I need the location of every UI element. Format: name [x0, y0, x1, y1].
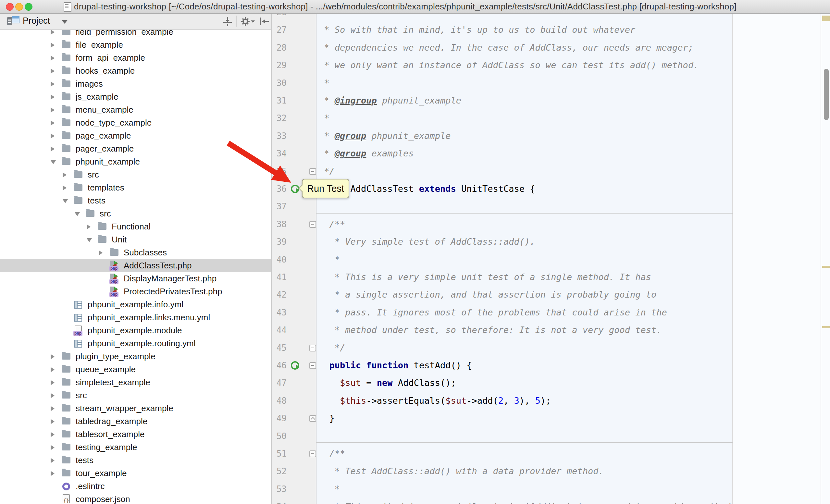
tree-item-queue_example[interactable]: queue_example: [0, 363, 272, 376]
gear-icon[interactable]: [240, 16, 256, 27]
tree-item-file_example[interactable]: file_example: [0, 38, 272, 51]
expand-arrow-icon[interactable]: [51, 432, 55, 437]
expand-arrow-icon[interactable]: [51, 95, 55, 100]
scrollbar-thumb[interactable]: [824, 69, 829, 120]
expand-arrow-icon[interactable]: [51, 42, 55, 48]
tree-item-plugin_type_example[interactable]: plugin_type_example: [0, 350, 272, 363]
code-line-32: *: [316, 109, 329, 127]
tree-item-simpletest_example[interactable]: simpletest_example: [0, 376, 272, 389]
tree-item-menu_example[interactable]: menu_example: [0, 103, 272, 116]
fold-marker[interactable]: [309, 415, 316, 422]
tree-item-page_example[interactable]: page_example: [0, 129, 272, 142]
project-panel-title[interactable]: Project: [23, 13, 50, 29]
expand-arrow-icon[interactable]: [51, 406, 55, 411]
line-number: 27: [272, 21, 287, 39]
code-line-43: * pass. It ignores most of the problems …: [316, 304, 667, 321]
tree-item-node_type_example[interactable]: node_type_example: [0, 116, 272, 129]
tree-item-Functional[interactable]: Functional: [0, 220, 272, 233]
tree-item-phpunit_example.module[interactable]: phpphpunit_example.module: [0, 324, 272, 337]
folder-icon: [62, 470, 70, 476]
collapse-arrow-icon[interactable]: [87, 238, 92, 242]
folder-icon: [74, 197, 83, 204]
tree-item-label: file_example: [76, 38, 123, 51]
expand-arrow-icon[interactable]: [63, 185, 67, 191]
tree-item-label: AddClassTest.php: [124, 259, 192, 272]
expand-arrow-icon[interactable]: [51, 367, 55, 372]
fold-marker[interactable]: [309, 362, 316, 369]
tree-item-label: form_api_example: [76, 51, 145, 64]
tree-item-testing_example[interactable]: testing_example: [0, 441, 272, 454]
expand-arrow-icon[interactable]: [51, 56, 55, 61]
code-editor[interactable]: 2627282930313233343536373839404142434445…: [272, 13, 830, 504]
tree-item-js_example[interactable]: js_example: [0, 90, 272, 103]
tree-item-phpunit_example[interactable]: phpunit_example: [0, 155, 272, 168]
tree-item-ProtectedPrivatesTest.php[interactable]: phpProtectedPrivatesTest.php: [0, 285, 272, 298]
tree-item-DisplayManagerTest.php[interactable]: phpDisplayManagerTest.php: [0, 272, 272, 285]
minimize-button[interactable]: [15, 3, 23, 11]
tree-item-tests[interactable]: tests: [0, 194, 272, 207]
expand-arrow-icon[interactable]: [51, 380, 55, 385]
expand-arrow-icon[interactable]: [51, 68, 55, 74]
collapse-arrow-icon[interactable]: [75, 212, 80, 216]
tree-item-label: DisplayManagerTest.php: [124, 272, 217, 285]
expand-arrow-icon[interactable]: [87, 224, 91, 230]
php-file-icon: php: [74, 326, 83, 336]
run-test-icon[interactable]: [291, 361, 299, 370]
expand-arrow-icon[interactable]: [51, 393, 55, 398]
panel-editor-splitter[interactable]: [271, 13, 272, 504]
zoom-button[interactable]: [25, 3, 32, 11]
fold-marker[interactable]: [309, 221, 316, 228]
folder-icon: [62, 80, 70, 87]
tree-item-tablesort_example[interactable]: tablesort_example: [0, 428, 272, 441]
fold-marker[interactable]: [309, 168, 316, 175]
tree-item-Unit[interactable]: Unit: [0, 233, 272, 246]
tree-item-pager_example[interactable]: pager_example: [0, 142, 272, 155]
close-button[interactable]: [6, 3, 13, 11]
expand-arrow-icon[interactable]: [51, 121, 55, 126]
chevron-down-icon[interactable]: [62, 20, 67, 24]
tree-item-phpunit_example.info.yml[interactable]: phpunit_example.info.yml: [0, 298, 272, 311]
expand-arrow-icon[interactable]: [51, 146, 55, 152]
tree-item-Subclasses[interactable]: Subclasses: [0, 246, 272, 259]
expand-arrow-icon[interactable]: [51, 419, 55, 424]
fold-marker[interactable]: [309, 450, 316, 457]
tree-item-phpunit_example.links.menu.yml[interactable]: phpunit_example.links.menu.yml: [0, 311, 272, 324]
fold-marker[interactable]: [309, 345, 316, 351]
tree-item-form_api_example[interactable]: form_api_example: [0, 51, 272, 64]
expand-arrow-icon[interactable]: [99, 250, 103, 256]
expand-arrow-icon[interactable]: [51, 354, 55, 359]
tree-item-label: menu_example: [76, 103, 133, 116]
tree-item-src[interactable]: src: [0, 389, 272, 402]
tree-item-hooks_example[interactable]: hooks_example: [0, 64, 272, 77]
code-line-30: *: [316, 74, 329, 92]
code-line-44: * method under test, so therefore: It is…: [316, 321, 662, 339]
tree-item-src[interactable]: src: [0, 207, 272, 220]
tree-item-composer.json[interactable]: {}composer.json: [0, 493, 272, 504]
tree-item-tabledrag_example[interactable]: tabledrag_example: [0, 415, 272, 428]
editor-background-right: [732, 13, 830, 504]
expand-arrow-icon[interactable]: [63, 172, 67, 177]
expand-arrow-icon[interactable]: [51, 471, 55, 476]
project-panel-header: Project: [0, 13, 272, 30]
hide-panel-icon[interactable]: [259, 16, 270, 27]
collapse-arrow-icon[interactable]: [63, 199, 68, 203]
expand-arrow-icon[interactable]: [51, 445, 55, 450]
expand-arrow-icon[interactable]: [51, 133, 55, 139]
tree-item-stream_wrapper_example[interactable]: stream_wrapper_example: [0, 402, 272, 415]
tree-item-.eslintrc[interactable]: .eslintrc: [0, 480, 272, 493]
tree-item-src[interactable]: src: [0, 168, 272, 181]
scroll-from-source-icon[interactable]: [222, 16, 233, 27]
tree-item-images[interactable]: images: [0, 77, 272, 90]
expand-arrow-icon[interactable]: [51, 81, 55, 87]
expand-arrow-icon[interactable]: [51, 30, 55, 35]
collapse-arrow-icon[interactable]: [51, 160, 56, 164]
expand-arrow-icon[interactable]: [51, 107, 55, 112]
tree-item-templates[interactable]: templates: [0, 181, 272, 194]
tree-item-tour_example[interactable]: tour_example: [0, 467, 272, 480]
tree-item-tests[interactable]: tests: [0, 454, 272, 467]
tree-item-phpunit_example.routing.yml[interactable]: phpunit_example.routing.yml: [0, 337, 272, 350]
method-separator: [316, 213, 733, 213]
tree-item-AddClassTest.php[interactable]: phpAddClassTest.php: [0, 259, 272, 272]
run-test-icon[interactable]: [291, 184, 299, 193]
expand-arrow-icon[interactable]: [51, 458, 55, 463]
